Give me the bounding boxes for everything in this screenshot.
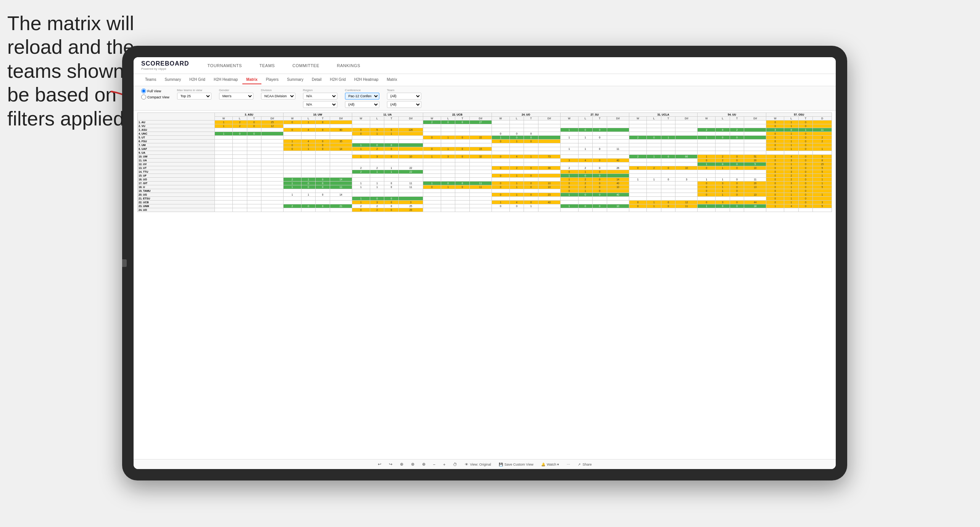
matrix-area[interactable]: 3. ASU 10. UW 11. UA 22. UCB 24. UO 27. …: [134, 111, 836, 459]
tablet-power-button[interactable]: [122, 259, 127, 267]
cell-6-osu-0: 0: [766, 143, 784, 147]
table-row: 13. UT22122020382202602010010100305: [138, 166, 832, 170]
toolbar-save-custom[interactable]: 💾 Save Custom View: [499, 463, 534, 466]
cell-23-ucla-0: [629, 208, 647, 212]
tab-detail[interactable]: Detail: [308, 76, 326, 84]
toolbar-options[interactable]: ⋯: [567, 463, 570, 466]
cell-17-uo-0: 0: [492, 185, 509, 189]
cell-7-ua-0: 1: [352, 147, 370, 151]
tab-h2h-grid[interactable]: H2H Grid: [185, 76, 209, 84]
cell-20-ucla-1: [647, 197, 661, 201]
cell-12-uu-0: 0: [698, 166, 716, 170]
cell-0-uw-0: 0: [283, 121, 301, 124]
cell-0-uo-2: [524, 121, 538, 124]
cell-17-su-2: 0: [593, 185, 607, 189]
cell-7-ucb-1: 1: [441, 147, 455, 151]
cell-13-osu-0: 0: [766, 170, 784, 174]
filter-max-teams-select[interactable]: Top 25 Top 50 All: [177, 93, 211, 100]
toolbar-redo[interactable]: ↪: [389, 462, 392, 467]
tab-h2h-heatmap2[interactable]: H2H Heatmap: [350, 76, 382, 84]
cell-2-uw-0: 0: [283, 128, 301, 132]
tab-matrix2[interactable]: Matrix: [383, 76, 401, 84]
toolbar-view-original[interactable]: 👁 View: Original: [465, 463, 491, 466]
tab-teams[interactable]: Teams: [141, 76, 160, 84]
cell-20-su-0: [560, 197, 578, 201]
cell-14-uo-1: 1: [509, 174, 524, 178]
cell-7-uo-2: [524, 147, 538, 151]
cell-13-ua-1: 1: [370, 170, 384, 174]
radio-full-view[interactable]: Full View: [141, 88, 169, 93]
cell-7-su-0: 1: [560, 147, 578, 151]
cell-2-uo-0: [492, 128, 509, 132]
cell-6-su-1: [578, 143, 593, 147]
tab-summary[interactable]: Summary: [161, 76, 185, 84]
nav-rankings[interactable]: RANKINGS: [334, 62, 363, 69]
cell-11-ua-0: [352, 162, 370, 166]
cell-1-osu-2: 0: [798, 124, 813, 128]
cell-22-asu-3: [261, 204, 284, 208]
filter-gender-select[interactable]: Men's Women's: [219, 93, 253, 100]
sh-asu-t: T: [247, 117, 261, 121]
radio-compact-view-input[interactable]: [141, 95, 146, 100]
filter-region: Region N/A (All) N/A: [303, 88, 337, 108]
cell-11-osu-0: 0: [766, 162, 784, 166]
cell-20-uo-3: [538, 197, 560, 201]
filter-conference-select2[interactable]: (All): [345, 101, 379, 108]
nav-tournaments[interactable]: TOURNAMENTS: [205, 62, 245, 69]
tab-matrix[interactable]: Matrix: [242, 76, 261, 84]
toolbar-zoom-fit[interactable]: ⊕: [422, 462, 426, 467]
cell-4-uu-2: 0: [730, 136, 744, 140]
tab-h2h-grid2[interactable]: H2H Grid: [326, 76, 350, 84]
cell-11-uo-3: [538, 162, 560, 166]
filter-region-select[interactable]: N/A (All): [303, 93, 337, 100]
toolbar-timer[interactable]: ⏱: [453, 462, 457, 467]
nav-teams[interactable]: TEAMS: [256, 62, 278, 69]
cell-8-osu-3: [813, 151, 832, 155]
toolbar-watch[interactable]: 🔔 Watch ▾: [541, 463, 559, 466]
cell-21-ucb-3: [469, 201, 492, 204]
filter-region-select2[interactable]: N/A: [303, 101, 337, 108]
cell-15-ua-0: [352, 178, 370, 182]
cell-2-uw-2: 0: [316, 128, 330, 132]
cell-12-ucb-2: [455, 166, 470, 170]
toolbar-zoom-in[interactable]: +: [443, 462, 445, 467]
cell-23-uo-1: [509, 208, 524, 212]
tab-summary2[interactable]: Summary: [283, 76, 307, 84]
row-header-19: 20. UG: [138, 193, 215, 197]
toolbar-share[interactable]: ↗ Share: [578, 463, 592, 466]
radio-full-view-input[interactable]: [141, 88, 146, 93]
toolbar-remove[interactable]: ⊗: [411, 462, 414, 467]
cell-15-uo-2: [524, 178, 538, 182]
cell-6-asu-1: [233, 143, 247, 147]
tab-h2h-heatmap[interactable]: H2H Heatmap: [210, 76, 242, 84]
cell-10-ucla-3: [675, 159, 698, 162]
cell-23-ucla-1: [647, 208, 661, 212]
filter-team-select2[interactable]: (All): [387, 101, 421, 108]
cell-20-ucb-2: [455, 197, 470, 201]
cell-19-uu-0: 0: [698, 193, 716, 197]
filter-conference-select[interactable]: Pac-12 Conference ▼ (All): [345, 93, 379, 100]
tab-players[interactable]: Players: [262, 76, 282, 84]
radio-compact-view[interactable]: Compact View: [141, 95, 169, 100]
cell-23-su-1: [578, 208, 593, 212]
cell-5-uw-2: 0: [316, 140, 330, 143]
cell-9-ucla-2: 0: [661, 155, 675, 159]
sh-ucla-w: W: [629, 117, 647, 121]
table-row: 10. UW13010130320417321066120511405: [138, 155, 832, 159]
filter-division-select[interactable]: NCAA Division I NCAA Division II: [261, 93, 295, 100]
cell-14-ucla-1: [647, 174, 661, 178]
cell-5-uo-3: [538, 140, 560, 143]
cell-6-osu-1: 1: [784, 143, 799, 147]
toolbar-add[interactable]: ⊕: [400, 462, 403, 467]
cell-2-uo-1: [509, 128, 524, 132]
toolbar-zoom-out[interactable]: −: [433, 462, 435, 467]
cell-2-asu-2: [247, 128, 261, 132]
toolbar-undo[interactable]: ↩: [378, 462, 381, 467]
cell-21-uu-2: 0: [730, 201, 744, 204]
cell-13-ucb-0: [423, 170, 441, 174]
cell-6-su-2: [593, 143, 607, 147]
cell-21-su-0: [560, 201, 578, 204]
nav-committee[interactable]: COMMITTEE: [289, 62, 322, 69]
filter-team-select[interactable]: (All): [387, 93, 421, 100]
cell-22-su-1: 0: [578, 204, 593, 208]
